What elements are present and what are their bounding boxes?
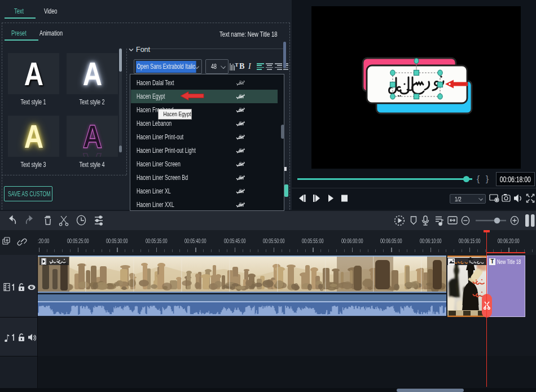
svg-text:T: T xyxy=(235,62,239,68)
